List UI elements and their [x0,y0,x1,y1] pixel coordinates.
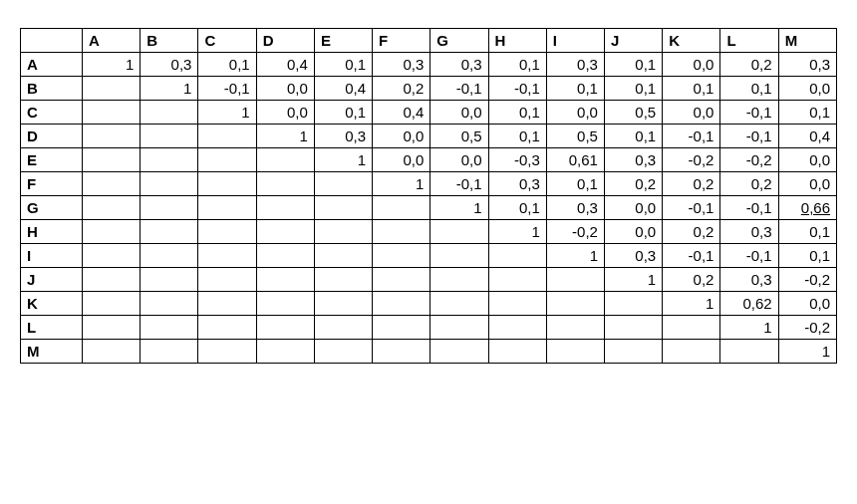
col-header: G [430,29,488,53]
table-cell: 0,1 [198,53,256,77]
row-header: K [21,292,83,316]
table-cell: 0,3 [373,53,430,77]
table-cell: 0,0 [663,101,720,125]
table-cell: 0,3 [546,196,604,220]
table-cell: 0,1 [778,220,836,244]
table-cell [373,316,430,340]
table-cell [198,196,256,220]
table-cell [604,316,662,340]
row-header: I [21,244,83,268]
table-cell [141,292,198,316]
col-header: C [198,29,256,53]
table-cell: 0,0 [778,148,836,172]
table-cell [83,196,141,220]
table-cell: 0,5 [604,101,662,125]
table-cell: 0,0 [256,101,314,125]
col-header: L [720,29,778,53]
table-cell: 1 [141,77,198,101]
table-cell: 0,3 [546,53,604,77]
table-cell: 0,0 [256,77,314,101]
correlation-matrix-table: A B C D E F G H I J K L M A10,30,10,40,1… [20,28,837,364]
table-row: L1-0,2 [21,316,837,340]
table-cell [198,340,256,364]
table-cell [83,172,141,196]
table-cell: -0,1 [430,172,488,196]
table-cell [314,268,372,292]
table-cell: -0,1 [720,125,778,148]
table-cell: 0,3 [604,244,662,268]
table-cell [488,268,546,292]
table-cell: 0,4 [256,53,314,77]
row-header: H [21,220,83,244]
table-cell: 0,0 [778,292,836,316]
table-cell: 0,1 [488,125,546,148]
table-cell [198,268,256,292]
table-cell [141,125,198,148]
table-cell: 0,2 [604,172,662,196]
table-cell: 0,0 [778,77,836,101]
table-cell: 0,0 [430,101,488,125]
table-cell: 0,5 [546,125,604,148]
table-cell: 1 [778,340,836,364]
table-cell [141,220,198,244]
col-header: D [256,29,314,53]
table-cell [373,196,430,220]
table-cell: 0,3 [314,125,372,148]
table-cell [198,125,256,148]
table-cell: 0,1 [488,196,546,220]
table-cell [83,125,141,148]
table-cell: 0,3 [720,220,778,244]
table-cell: -0,1 [663,125,720,148]
table-cell: 0,3 [604,148,662,172]
table-cell [83,101,141,125]
row-header: G [21,196,83,220]
table-cell [546,340,604,364]
table-cell: 0,0 [778,172,836,196]
table-cell: 0,0 [604,220,662,244]
table-cell [488,244,546,268]
table-cell [198,244,256,268]
table-row: G10,10,30,0-0,1-0,10,66 [21,196,837,220]
table-cell: 1 [488,220,546,244]
table-cell [198,316,256,340]
table-cell [256,148,314,172]
row-header: C [21,101,83,125]
table-row: K10,620,0 [21,292,837,316]
table-cell [83,220,141,244]
table-cell [141,268,198,292]
col-header: E [314,29,372,53]
table-cell: 0,2 [720,53,778,77]
table-row: I10,3-0,1-0,10,1 [21,244,837,268]
table-cell: 1 [430,196,488,220]
table-cell [198,172,256,196]
table-cell: -0,2 [720,148,778,172]
table-cell: -0,1 [488,77,546,101]
table-cell: 0,3 [720,268,778,292]
table-cell [430,268,488,292]
table-cell [256,244,314,268]
table-cell: 0,1 [314,53,372,77]
table-cell: 0,1 [604,77,662,101]
table-cell: 0,3 [141,53,198,77]
table-cell: 0,0 [373,148,430,172]
row-header: J [21,268,83,292]
table-cell: 0,3 [778,53,836,77]
table-cell [314,172,372,196]
table-cell: -0,1 [663,196,720,220]
table-cell: 1 [373,172,430,196]
table-cell: -0,2 [778,268,836,292]
table-cell: 1 [314,148,372,172]
table-cell: 0,1 [314,101,372,125]
table-cell: 0,2 [373,77,430,101]
table-cell: 0,2 [720,172,778,196]
table-cell [314,292,372,316]
table-cell [373,340,430,364]
table-cell: 0,1 [604,125,662,148]
table-cell [430,220,488,244]
table-cell [83,316,141,340]
table-cell [663,340,720,364]
row-header: A [21,53,83,77]
table-cell [198,292,256,316]
table-cell: 0,5 [430,125,488,148]
table-cell [488,316,546,340]
